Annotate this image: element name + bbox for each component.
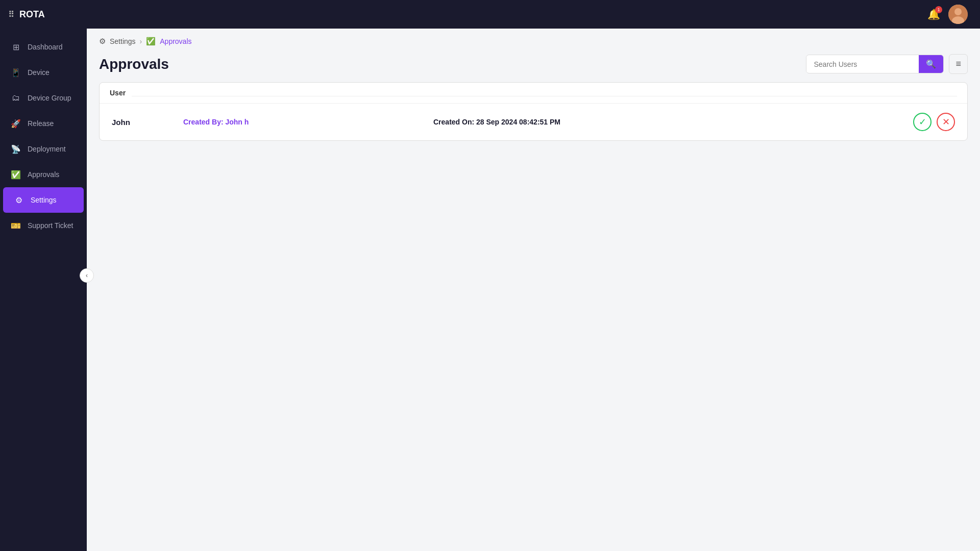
section-header-label: User (110, 89, 126, 103)
sidebar-item-label: Release (28, 119, 54, 128)
sidebar-item-approvals[interactable]: ✅ Approvals (0, 162, 87, 187)
page-header: Approvals 🔍 ≡ (87, 50, 980, 82)
page-title: Approvals (99, 56, 169, 72)
breadcrumb-separator: › (140, 37, 142, 45)
settings-icon: ⚙ (13, 194, 24, 206)
app-logo: ⠿ ROTA (0, 0, 87, 29)
search-icon: 🔍 (926, 59, 936, 69)
sidebar-item-settings[interactable]: ⚙ Settings (3, 187, 84, 213)
sidebar-item-support-ticket[interactable]: 🎫 Support Ticket (0, 213, 87, 238)
filter-button[interactable]: ≡ (949, 54, 968, 74)
header-actions: 🔍 ≡ (806, 54, 968, 74)
section-header: User (100, 83, 967, 104)
created-by-value: John h (225, 118, 249, 126)
release-icon: 🚀 (10, 118, 21, 129)
sidebar-item-deployment[interactable]: 📡 Deployment (0, 136, 87, 162)
grid-icon: ⠿ (8, 10, 14, 19)
approve-button[interactable]: ✓ (913, 113, 932, 131)
approval-created-on: Created On: 28 Sep 2024 08:42:51 PM (433, 118, 893, 126)
approvals-section: User John Created By: John h Created On:… (87, 82, 980, 141)
sidebar-item-label: Dashboard (28, 43, 63, 51)
search-wrapper: 🔍 (806, 55, 944, 73)
main-layout: 🔔 1 ⚙ Settings › ✅ Approvals Appr (87, 0, 980, 551)
created-by-label: Created By: (183, 118, 224, 126)
sidebar-item-dashboard[interactable]: ⊞ Dashboard (0, 34, 87, 60)
search-button[interactable]: 🔍 (919, 55, 943, 73)
support-ticket-icon: 🎫 (10, 220, 21, 231)
sidebar-item-device-group[interactable]: 🗂 Device Group (0, 85, 87, 111)
sidebar-item-release[interactable]: 🚀 Release (0, 111, 87, 136)
avatar-image (948, 5, 968, 24)
sidebar-toggle-button[interactable]: ‹ (80, 268, 94, 283)
approvals-icon: ✅ (10, 169, 21, 180)
approval-actions: ✓ ✕ (913, 113, 955, 131)
search-input[interactable] (806, 56, 919, 72)
sidebar-nav: ⊞ Dashboard 📱 Device 🗂 Device Group 🚀 Re… (0, 29, 87, 551)
content-area: ⚙ Settings › ✅ Approvals Approvals 🔍 ≡ (87, 29, 980, 551)
deployment-icon: 📡 (10, 143, 21, 155)
topbar: 🔔 1 (87, 0, 980, 29)
breadcrumb: ⚙ Settings › ✅ Approvals (87, 29, 980, 50)
created-on-label: Created On: (433, 118, 474, 126)
svg-point-1 (954, 8, 962, 15)
settings-breadcrumb-icon: ⚙ (99, 37, 106, 46)
device-icon: 📱 (10, 67, 21, 78)
sidebar-item-label: Settings (31, 196, 57, 204)
filter-icon: ≡ (955, 59, 961, 69)
approval-user-name: John (112, 118, 163, 127)
approvals-breadcrumb-icon: ✅ (146, 37, 156, 46)
sidebar-item-device[interactable]: 📱 Device (0, 60, 87, 85)
approval-created-by: Created By: John h (183, 118, 413, 126)
breadcrumb-settings-link[interactable]: Settings (110, 37, 136, 45)
sidebar-item-label: Support Ticket (28, 221, 74, 230)
created-on-value: 28 Sep 2024 08:42:51 PM (476, 118, 560, 126)
device-group-icon: 🗂 (10, 92, 21, 104)
sidebar-item-label: Device (28, 68, 50, 77)
breadcrumb-current: Approvals (160, 37, 191, 45)
reject-icon: ✕ (942, 116, 950, 128)
sidebar-item-label: Deployment (28, 145, 66, 153)
notifications-button[interactable]: 🔔 1 (927, 8, 940, 20)
notification-badge: 1 (935, 6, 942, 13)
app-name: ROTA (19, 9, 45, 20)
approve-icon: ✓ (919, 116, 926, 128)
sidebar: ⠿ ROTA ⊞ Dashboard 📱 Device 🗂 Device Gro… (0, 0, 87, 551)
sidebar-item-label: Device Group (28, 94, 71, 102)
sidebar-item-label: Approvals (28, 170, 59, 179)
topbar-icons: 🔔 1 (927, 5, 968, 24)
approvals-card: User John Created By: John h Created On:… (99, 82, 968, 141)
reject-button[interactable]: ✕ (937, 113, 955, 131)
table-row: John Created By: John h Created On: 28 S… (100, 104, 967, 140)
avatar[interactable] (948, 5, 968, 24)
dashboard-icon: ⊞ (10, 41, 21, 53)
section-divider (132, 96, 957, 96)
